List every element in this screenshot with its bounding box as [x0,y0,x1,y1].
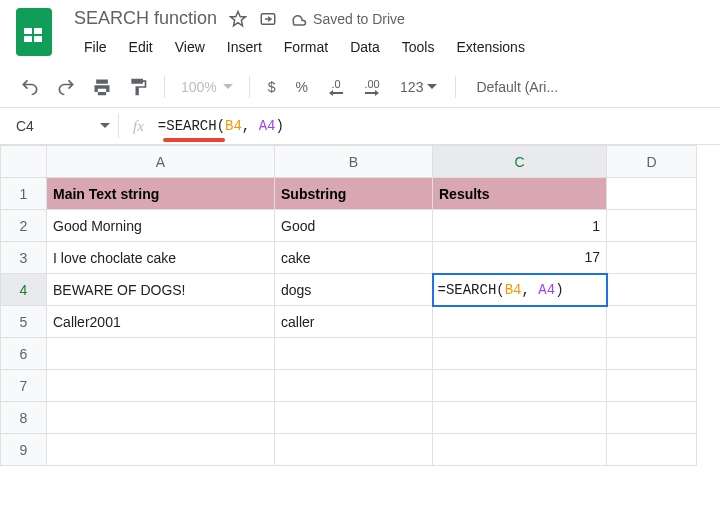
cell-d1[interactable] [607,178,697,210]
cell-d9[interactable] [607,434,697,466]
row-header-7[interactable]: 7 [1,370,47,402]
cell-b2[interactable]: Good [275,210,433,242]
cell-a4[interactable]: BEWARE OF DOGS! [47,274,275,306]
decrease-decimal-button[interactable]: .0 [322,73,350,101]
zoom-dropdown[interactable]: 100% [177,79,237,95]
cell-b4[interactable]: dogs [275,274,433,306]
cell-c8[interactable] [433,402,607,434]
cell-d2[interactable] [607,210,697,242]
row-header-5[interactable]: 5 [1,306,47,338]
save-status[interactable]: Saved to Drive [289,10,405,28]
cell-d5[interactable] [607,306,697,338]
separator [249,76,250,98]
row-header-6[interactable]: 6 [1,338,47,370]
menu-view[interactable]: View [165,35,215,59]
cell-a5[interactable]: Caller2001 [47,306,275,338]
row-header-9[interactable]: 9 [1,434,47,466]
cell-d3[interactable] [607,242,697,274]
row-header-3[interactable]: 3 [1,242,47,274]
cell-a6[interactable] [47,338,275,370]
column-header-d[interactable]: D [607,146,697,178]
formula-input[interactable]: =SEARCH(B4, A4) [158,118,710,134]
cell-a2[interactable]: Good Morning [47,210,275,242]
select-all-corner[interactable] [1,146,47,178]
separator [455,76,456,98]
cell-c3[interactable]: 17 [433,242,607,274]
fx-label: fx [119,118,158,135]
redo-button[interactable] [52,73,80,101]
cell-b3[interactable]: cake [275,242,433,274]
star-icon[interactable] [229,10,247,28]
name-box[interactable]: C4 [10,118,100,134]
menu-tools[interactable]: Tools [392,35,445,59]
menu-file[interactable]: File [74,35,117,59]
font-dropdown[interactable]: Default (Ari... [468,79,566,95]
cell-c5[interactable] [433,306,607,338]
paint-format-button[interactable] [124,73,152,101]
cell-c7[interactable] [433,370,607,402]
chevron-down-icon [223,82,233,92]
save-status-label: Saved to Drive [313,11,405,27]
menu-data[interactable]: Data [340,35,390,59]
cell-c4-active[interactable]: =SEARCH(B4, A4) [433,274,607,306]
currency-button[interactable]: $ [262,79,282,95]
menu-extensions[interactable]: Extensions [446,35,534,59]
menu-bar: File Edit View Insert Format Data Tools … [74,35,704,59]
cell-c9[interactable] [433,434,607,466]
cell-a1[interactable]: Main Text string [47,178,275,210]
cell-c2[interactable]: 1 [433,210,607,242]
menu-insert[interactable]: Insert [217,35,272,59]
cell-a9[interactable] [47,434,275,466]
cell-d8[interactable] [607,402,697,434]
document-title[interactable]: SEARCH function [74,8,217,29]
formula-bar: C4 fx =SEARCH(B4, A4) [0,108,720,145]
cell-b1[interactable]: Substring [275,178,433,210]
cell-a7[interactable] [47,370,275,402]
undo-button[interactable] [16,73,44,101]
menu-format[interactable]: Format [274,35,338,59]
row-header-1[interactable]: 1 [1,178,47,210]
annotation-underline [163,138,225,142]
print-button[interactable] [88,73,116,101]
sheets-logo [16,8,56,58]
cell-b8[interactable] [275,402,433,434]
menu-edit[interactable]: Edit [119,35,163,59]
increase-decimal-button[interactable]: .00 [358,73,386,101]
column-header-b[interactable]: B [275,146,433,178]
chevron-down-icon [100,121,110,131]
chevron-down-icon [427,82,437,92]
cell-d6[interactable] [607,338,697,370]
number-format-dropdown[interactable]: 123 [394,79,443,95]
row-header-2[interactable]: 2 [1,210,47,242]
column-header-c[interactable]: C [433,146,607,178]
name-box-dropdown[interactable] [100,121,110,131]
percent-button[interactable]: % [290,79,314,95]
cell-b7[interactable] [275,370,433,402]
row-header-8[interactable]: 8 [1,402,47,434]
toolbar: 100% $ % .0 .00 123 Default (Ari... [0,67,720,108]
cell-c6[interactable] [433,338,607,370]
cell-d4[interactable] [607,274,697,306]
cell-a8[interactable] [47,402,275,434]
cell-c1[interactable]: Results [433,178,607,210]
zoom-value: 100% [181,79,217,95]
row-header-4[interactable]: 4 [1,274,47,306]
move-icon[interactable] [259,10,277,28]
cell-d7[interactable] [607,370,697,402]
cell-b5[interactable]: caller [275,306,433,338]
column-header-a[interactable]: A [47,146,275,178]
cell-a3[interactable]: I love choclate cake [47,242,275,274]
spreadsheet-grid[interactable]: A B C D 1 Main Text string Substring Res… [0,145,697,466]
cell-b6[interactable] [275,338,433,370]
cell-b9[interactable] [275,434,433,466]
separator [164,76,165,98]
